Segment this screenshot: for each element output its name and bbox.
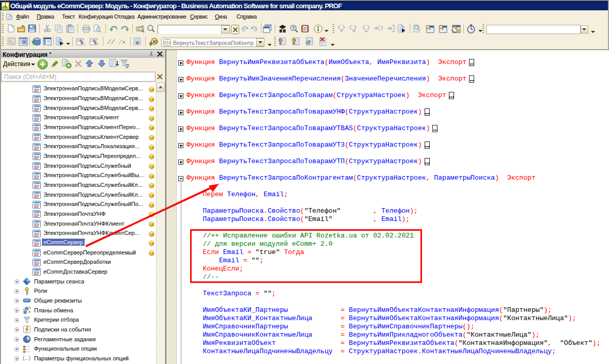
svg-text:⨯: ⨯ bbox=[121, 39, 126, 45]
svg-text:F⒳: F⒳ bbox=[164, 40, 171, 45]
svg-text:?: ? bbox=[293, 39, 295, 42]
svg-text:С: С bbox=[83, 42, 85, 46]
svg-text:Ю: Ю bbox=[153, 39, 158, 44]
svg-text://: // bbox=[107, 38, 116, 45]
svg-text:(...): (...) bbox=[23, 355, 30, 361]
svg-text:С: С bbox=[96, 42, 99, 46]
svg-text:?: ? bbox=[292, 25, 295, 30]
svg-text:р: р bbox=[149, 40, 152, 45]
